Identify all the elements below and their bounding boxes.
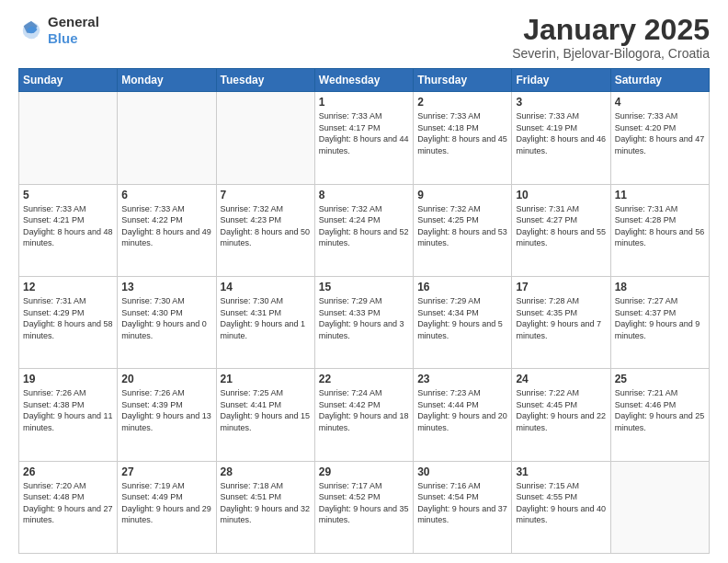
calendar-cell: 16Sunrise: 7:29 AM Sunset: 4:34 PM Dayli… (414, 276, 512, 368)
cell-content: Sunrise: 7:33 AM Sunset: 4:20 PM Dayligh… (615, 110, 705, 156)
day-number: 27 (121, 465, 211, 478)
calendar-cell: 19Sunrise: 7:26 AM Sunset: 4:38 PM Dayli… (19, 369, 118, 461)
day-number: 2 (417, 96, 507, 109)
cell-content: Sunrise: 7:22 AM Sunset: 4:45 PM Dayligh… (516, 387, 606, 433)
calendar-cell: 25Sunrise: 7:21 AM Sunset: 4:46 PM Dayli… (610, 369, 709, 461)
logo-line2: Blue (48, 30, 78, 46)
calendar-cell: 18Sunrise: 7:27 AM Sunset: 4:37 PM Dayli… (610, 276, 709, 368)
calendar-day-header: Friday (512, 69, 610, 92)
day-number: 23 (417, 373, 507, 385)
calendar-cell: 14Sunrise: 7:30 AM Sunset: 4:31 PM Dayli… (216, 276, 314, 368)
cell-content: Sunrise: 7:33 AM Sunset: 4:19 PM Dayligh… (516, 110, 606, 156)
day-number: 5 (23, 189, 113, 201)
calendar-cell (610, 461, 709, 553)
page: General Blue January 2025 Severin, Bjelo… (0, 0, 728, 563)
day-number: 29 (319, 465, 409, 478)
logo: General Blue (18, 14, 99, 47)
day-number: 16 (417, 281, 507, 293)
calendar-cell: 28Sunrise: 7:18 AM Sunset: 4:51 PM Dayli… (216, 461, 314, 553)
calendar-cell: 12Sunrise: 7:31 AM Sunset: 4:29 PM Dayli… (19, 276, 118, 368)
calendar-cell (216, 92, 314, 184)
calendar-cell: 10Sunrise: 7:31 AM Sunset: 4:27 PM Dayli… (512, 184, 610, 276)
cell-content: Sunrise: 7:16 AM Sunset: 4:54 PM Dayligh… (417, 480, 507, 526)
day-number: 15 (319, 281, 409, 293)
day-number: 18 (615, 281, 705, 293)
day-number: 21 (221, 373, 311, 385)
calendar-cell: 2Sunrise: 7:33 AM Sunset: 4:18 PM Daylig… (414, 92, 512, 184)
calendar-cell: 13Sunrise: 7:30 AM Sunset: 4:30 PM Dayli… (118, 276, 216, 368)
day-number: 28 (221, 465, 311, 478)
cell-content: Sunrise: 7:24 AM Sunset: 4:42 PM Dayligh… (319, 387, 409, 433)
calendar-cell: 8Sunrise: 7:32 AM Sunset: 4:24 PM Daylig… (314, 184, 413, 276)
cell-content: Sunrise: 7:28 AM Sunset: 4:35 PM Dayligh… (516, 295, 606, 341)
day-number: 1 (319, 96, 409, 109)
calendar-cell: 15Sunrise: 7:29 AM Sunset: 4:33 PM Dayli… (314, 276, 413, 368)
cell-content: Sunrise: 7:31 AM Sunset: 4:29 PM Dayligh… (23, 295, 113, 341)
cell-content: Sunrise: 7:26 AM Sunset: 4:38 PM Dayligh… (23, 387, 113, 433)
cell-content: Sunrise: 7:32 AM Sunset: 4:24 PM Dayligh… (319, 203, 409, 249)
cell-content: Sunrise: 7:27 AM Sunset: 4:37 PM Dayligh… (615, 295, 705, 341)
day-number: 13 (121, 281, 211, 293)
calendar-cell: 22Sunrise: 7:24 AM Sunset: 4:42 PM Dayli… (314, 369, 413, 461)
day-number: 30 (417, 465, 507, 478)
calendar-day-header: Wednesday (314, 69, 413, 92)
title-area: January 2025 Severin, Bjelovar-Bilogora,… (512, 14, 710, 61)
calendar-day-header: Thursday (414, 69, 512, 92)
cell-content: Sunrise: 7:32 AM Sunset: 4:25 PM Dayligh… (417, 203, 507, 249)
calendar-cell: 5Sunrise: 7:33 AM Sunset: 4:21 PM Daylig… (19, 184, 118, 276)
calendar-cell (19, 92, 118, 184)
cell-content: Sunrise: 7:31 AM Sunset: 4:28 PM Dayligh… (615, 203, 705, 249)
calendar-cell: 11Sunrise: 7:31 AM Sunset: 4:28 PM Dayli… (610, 184, 709, 276)
calendar-cell (118, 92, 216, 184)
cell-content: Sunrise: 7:23 AM Sunset: 4:44 PM Dayligh… (417, 387, 507, 433)
day-number: 4 (615, 96, 705, 109)
day-number: 3 (516, 96, 606, 109)
cell-content: Sunrise: 7:29 AM Sunset: 4:34 PM Dayligh… (417, 295, 507, 341)
calendar-table: SundayMondayTuesdayWednesdayThursdayFrid… (18, 68, 710, 554)
cell-content: Sunrise: 7:31 AM Sunset: 4:27 PM Dayligh… (516, 203, 606, 249)
cell-content: Sunrise: 7:32 AM Sunset: 4:23 PM Dayligh… (221, 203, 311, 249)
calendar-day-header: Sunday (19, 69, 118, 92)
day-number: 14 (221, 281, 311, 293)
day-number: 25 (615, 373, 705, 385)
calendar-cell: 24Sunrise: 7:22 AM Sunset: 4:45 PM Dayli… (512, 369, 610, 461)
calendar-week-row: 19Sunrise: 7:26 AM Sunset: 4:38 PM Dayli… (19, 369, 710, 461)
day-number: 12 (23, 281, 113, 293)
calendar-cell: 23Sunrise: 7:23 AM Sunset: 4:44 PM Dayli… (414, 369, 512, 461)
day-number: 20 (121, 373, 211, 385)
calendar-week-row: 26Sunrise: 7:20 AM Sunset: 4:48 PM Dayli… (19, 461, 710, 553)
logo-icon (18, 17, 44, 43)
calendar-cell: 21Sunrise: 7:25 AM Sunset: 4:41 PM Dayli… (216, 369, 314, 461)
calendar-day-header: Saturday (610, 69, 709, 92)
day-number: 17 (516, 281, 606, 293)
cell-content: Sunrise: 7:33 AM Sunset: 4:17 PM Dayligh… (319, 110, 409, 156)
day-number: 31 (516, 465, 606, 478)
day-number: 7 (221, 189, 311, 201)
day-number: 9 (417, 189, 507, 201)
calendar-cell: 31Sunrise: 7:15 AM Sunset: 4:55 PM Dayli… (512, 461, 610, 553)
cell-content: Sunrise: 7:25 AM Sunset: 4:41 PM Dayligh… (221, 387, 311, 433)
calendar-week-row: 5Sunrise: 7:33 AM Sunset: 4:21 PM Daylig… (19, 184, 710, 276)
calendar-cell: 6Sunrise: 7:33 AM Sunset: 4:22 PM Daylig… (118, 184, 216, 276)
calendar-day-header: Monday (118, 69, 216, 92)
day-number: 26 (23, 465, 113, 478)
cell-content: Sunrise: 7:33 AM Sunset: 4:18 PM Dayligh… (417, 110, 507, 156)
calendar-cell: 17Sunrise: 7:28 AM Sunset: 4:35 PM Dayli… (512, 276, 610, 368)
cell-content: Sunrise: 7:30 AM Sunset: 4:31 PM Dayligh… (221, 295, 311, 341)
cell-content: Sunrise: 7:29 AM Sunset: 4:33 PM Dayligh… (319, 295, 409, 341)
cell-content: Sunrise: 7:33 AM Sunset: 4:21 PM Dayligh… (23, 203, 113, 249)
day-number: 11 (615, 189, 705, 201)
cell-content: Sunrise: 7:33 AM Sunset: 4:22 PM Dayligh… (121, 203, 211, 249)
calendar-cell: 4Sunrise: 7:33 AM Sunset: 4:20 PM Daylig… (610, 92, 709, 184)
location-subtitle: Severin, Bjelovar-Bilogora, Croatia (512, 46, 710, 61)
day-number: 6 (121, 189, 211, 201)
day-number: 24 (516, 373, 606, 385)
calendar-cell: 30Sunrise: 7:16 AM Sunset: 4:54 PM Dayli… (414, 461, 512, 553)
cell-content: Sunrise: 7:19 AM Sunset: 4:49 PM Dayligh… (121, 480, 211, 526)
calendar-week-row: 1Sunrise: 7:33 AM Sunset: 4:17 PM Daylig… (19, 92, 710, 184)
cell-content: Sunrise: 7:17 AM Sunset: 4:52 PM Dayligh… (319, 480, 409, 526)
calendar-cell: 1Sunrise: 7:33 AM Sunset: 4:17 PM Daylig… (314, 92, 413, 184)
calendar-week-row: 12Sunrise: 7:31 AM Sunset: 4:29 PM Dayli… (19, 276, 710, 368)
calendar-cell: 9Sunrise: 7:32 AM Sunset: 4:25 PM Daylig… (414, 184, 512, 276)
calendar-cell: 29Sunrise: 7:17 AM Sunset: 4:52 PM Dayli… (314, 461, 413, 553)
